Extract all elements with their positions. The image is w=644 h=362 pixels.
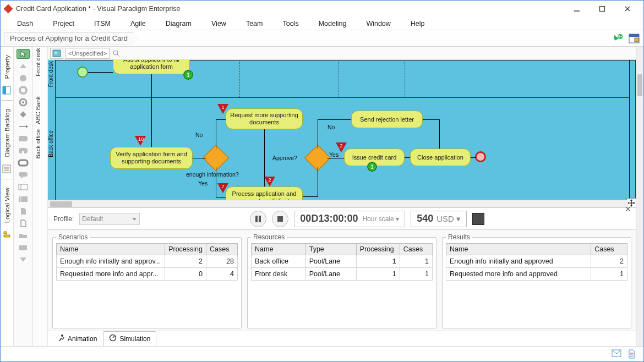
scenarios-table[interactable]: Name Processing Cases Enough info initia… <box>56 243 238 281</box>
palette-arrow-icon[interactable] <box>17 122 30 131</box>
marker-badge-issue: 2 <box>336 142 347 152</box>
scenarios-legend: Scenarios <box>56 233 90 241</box>
switch-diagram-icon[interactable] <box>628 32 640 45</box>
svg-marker-35 <box>20 257 26 262</box>
palette-lane-icon[interactable] <box>17 194 30 204</box>
vertical-scrollbar[interactable] <box>636 47 643 346</box>
menu-modeling[interactable]: Modeling <box>309 19 357 29</box>
palette-pool-icon[interactable] <box>17 182 30 192</box>
marker-badge-process-top: 2 <box>264 177 275 187</box>
pause-button[interactable] <box>250 211 266 227</box>
svg-rect-21 <box>20 111 26 117</box>
stop-button[interactable] <box>272 211 288 227</box>
logical-view-icon <box>2 230 12 240</box>
panel-close-button[interactable]: ✕ <box>625 205 631 213</box>
menu-project[interactable]: Project <box>43 19 84 29</box>
window-minimize-button[interactable] <box>564 1 590 17</box>
label-no-1: No <box>195 131 203 138</box>
side-tab-diagram-backlog[interactable]: Diagram Backlog <box>2 104 13 162</box>
palette-callout-icon[interactable] <box>17 170 30 180</box>
palette-triangle-up-icon[interactable] <box>17 61 30 71</box>
diagram-type-icon[interactable] <box>50 48 63 59</box>
menu-itsm[interactable]: ITSM <box>84 19 121 29</box>
menu-tools[interactable]: Tools <box>272 19 308 29</box>
svg-marker-40 <box>630 199 632 201</box>
breadcrumb[interactable]: Process of Applying for a Credit Card <box>4 32 138 45</box>
palette-doc-icon[interactable] <box>17 218 30 228</box>
resources-panel: Resources Name Type Processing Cases <box>247 233 436 328</box>
window-maximize-button[interactable] <box>590 1 615 17</box>
side-tab-logical-view[interactable]: Logical View <box>2 183 13 228</box>
svg-rect-9 <box>635 38 638 42</box>
profile-select[interactable]: Default <box>79 213 140 225</box>
svg-line-39 <box>117 54 119 57</box>
side-tab-property[interactable]: Property <box>2 50 13 84</box>
marker-badge-reqmore: 1 <box>217 104 228 114</box>
palette-cursor-icon[interactable] <box>17 49 30 59</box>
svg-point-38 <box>113 51 118 55</box>
svg-marker-44 <box>132 218 137 221</box>
results-table[interactable]: Name Cases Enough info initially and app… <box>446 243 627 281</box>
color-swatch-button[interactable] <box>472 213 484 225</box>
svg-point-18 <box>20 87 26 94</box>
menu-diagram[interactable]: Diagram <box>156 19 201 29</box>
task-send-rejection[interactable]: Send rejection letter <box>351 111 423 128</box>
task-verify-application[interactable]: Verify application form and supporting d… <box>110 147 193 169</box>
table-row: Requested more info and appr...04 <box>57 268 238 281</box>
diagram-canvas[interactable]: Front desk Back office <box>48 60 636 207</box>
menu-help[interactable]: Help <box>401 19 435 29</box>
palette-data-icon[interactable] <box>17 206 30 216</box>
svg-rect-11 <box>3 86 6 94</box>
palette-circle-icon[interactable] <box>17 73 30 83</box>
profile-label: Profile: <box>53 215 74 223</box>
palette-rounded-rect-icon[interactable] <box>17 134 30 144</box>
inner-lane-front-desk: Front desk <box>48 61 54 87</box>
window-close-button[interactable] <box>615 1 640 17</box>
svg-text:9+: 9+ <box>618 35 623 39</box>
menu-team[interactable]: Team <box>236 19 273 29</box>
task-close-application[interactable]: Close application <box>410 149 471 166</box>
svg-point-20 <box>22 101 24 103</box>
svg-rect-46 <box>259 216 261 222</box>
palette-rect-bold-icon[interactable] <box>17 158 30 168</box>
scenarios-panel: Scenarios Name Processing Cases Enough i… <box>52 233 242 328</box>
svg-rect-8 <box>629 34 639 37</box>
table-row: Front deskPool/Lane11 <box>252 268 433 281</box>
simulation-panel: Profile: Default <box>48 207 636 346</box>
menu-view[interactable]: View <box>201 19 236 29</box>
palette-annulus-icon[interactable] <box>17 85 30 95</box>
menu-window[interactable]: Window <box>356 19 400 29</box>
inner-lane-back-office: Back office <box>48 130 54 157</box>
task-request-more-docs[interactable]: Request more supporting documents <box>226 108 303 129</box>
palette-target-icon[interactable] <box>17 97 30 107</box>
palette-diamond-icon[interactable] <box>17 109 30 119</box>
lane-label-front-desk: Front desk <box>35 48 41 76</box>
hour-scale-dropdown[interactable]: Hour scale ▾ <box>362 215 399 223</box>
svg-marker-23 <box>26 125 28 128</box>
svg-rect-34 <box>19 245 27 250</box>
tab-simulation[interactable]: Simulation <box>103 331 156 346</box>
svg-marker-29 <box>21 177 23 179</box>
menu-dash[interactable]: Dash <box>7 19 43 29</box>
search-icon[interactable] <box>112 49 121 58</box>
tab-animation[interactable]: Animation <box>51 331 103 346</box>
document-icon[interactable] <box>628 349 638 359</box>
svg-point-17 <box>20 75 26 81</box>
table-row: Back officePool/Lane11 <box>252 255 433 268</box>
task-assist-applicant[interactable]: Assist applicant to fill application for… <box>113 60 190 74</box>
bpmn-start-event[interactable] <box>77 67 88 78</box>
resources-table[interactable]: Name Type Processing Cases Back officePo… <box>251 243 433 281</box>
palette-box-icon[interactable] <box>17 243 30 253</box>
palette-folder-icon[interactable] <box>17 231 30 240</box>
stereotype-selector[interactable]: <Unspecified> <box>66 48 110 59</box>
horizontal-scrollbar[interactable] <box>48 200 628 207</box>
teamwork-badge-icon[interactable]: 9+ <box>613 32 625 45</box>
menu-agile[interactable]: Agile <box>121 19 156 29</box>
palette-triangle-down-icon[interactable] <box>17 255 30 265</box>
palette-collapsed-sub-icon[interactable] <box>17 146 30 156</box>
marker-badge-process-left: 7 <box>217 183 228 193</box>
currency-dropdown[interactable]: USD ▾ <box>436 214 461 224</box>
mail-icon[interactable] <box>612 349 621 359</box>
resources-legend: Resources <box>251 233 287 241</box>
bpmn-end-event[interactable] <box>475 151 486 162</box>
